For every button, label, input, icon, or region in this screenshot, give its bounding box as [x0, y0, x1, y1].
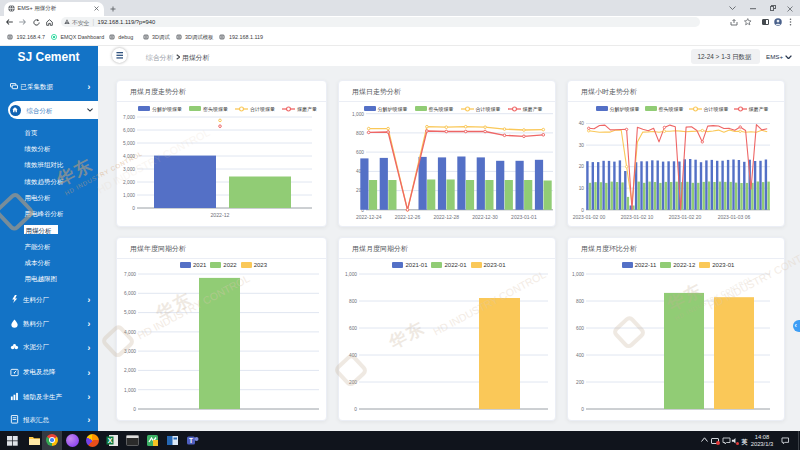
svg-text:600: 600 — [576, 326, 584, 331]
svg-text:30: 30 — [579, 143, 585, 148]
svg-text:1,000: 1,000 — [124, 388, 136, 393]
svg-text:20: 20 — [579, 164, 585, 169]
svg-text:600: 600 — [356, 150, 364, 155]
svg-text:2023-01-01: 2023-01-01 — [511, 214, 537, 220]
svg-text:0: 0 — [133, 407, 136, 412]
svg-text:800: 800 — [576, 299, 584, 304]
svg-text:2023-01-02 00: 2023-01-02 00 — [573, 214, 606, 220]
svg-text:1,000: 1,000 — [123, 193, 135, 198]
svg-text:600: 600 — [349, 326, 357, 331]
svg-text:800: 800 — [349, 299, 357, 304]
svg-text:2023-01-02 20: 2023-01-02 20 — [669, 214, 702, 220]
svg-text:2022-12-26: 2022-12-26 — [395, 214, 421, 220]
svg-text:0: 0 — [581, 208, 584, 213]
svg-text:5,000: 5,000 — [124, 310, 136, 315]
svg-text:2022-12-24: 2022-12-24 — [356, 214, 382, 220]
svg-text:T: T — [189, 437, 193, 444]
svg-text:40: 40 — [579, 121, 585, 126]
svg-text:7,000: 7,000 — [123, 115, 135, 120]
svg-text:1,000: 1,000 — [345, 272, 357, 277]
svg-text:400: 400 — [576, 353, 584, 358]
svg-text:1,000: 1,000 — [352, 112, 364, 117]
svg-text:6,000: 6,000 — [124, 291, 136, 296]
svg-text:2022-12: 2022-12 — [210, 212, 229, 218]
svg-text:7,000: 7,000 — [124, 272, 136, 277]
svg-text:2,000: 2,000 — [124, 368, 136, 373]
svg-text:X: X — [108, 437, 113, 444]
svg-text:200: 200 — [576, 380, 584, 385]
svg-text:2023-01-03 06: 2023-01-03 06 — [718, 214, 751, 220]
svg-text:1,000: 1,000 — [572, 272, 584, 277]
svg-text:0: 0 — [132, 206, 135, 211]
svg-text:2023-01-02 10: 2023-01-02 10 — [621, 214, 654, 220]
svg-text:800: 800 — [356, 131, 364, 136]
svg-text:0: 0 — [354, 407, 357, 412]
svg-text:2022-12-28: 2022-12-28 — [434, 214, 460, 220]
svg-text:2022-12-30: 2022-12-30 — [472, 214, 498, 220]
svg-text:10: 10 — [579, 186, 585, 191]
svg-text:0: 0 — [581, 407, 584, 412]
